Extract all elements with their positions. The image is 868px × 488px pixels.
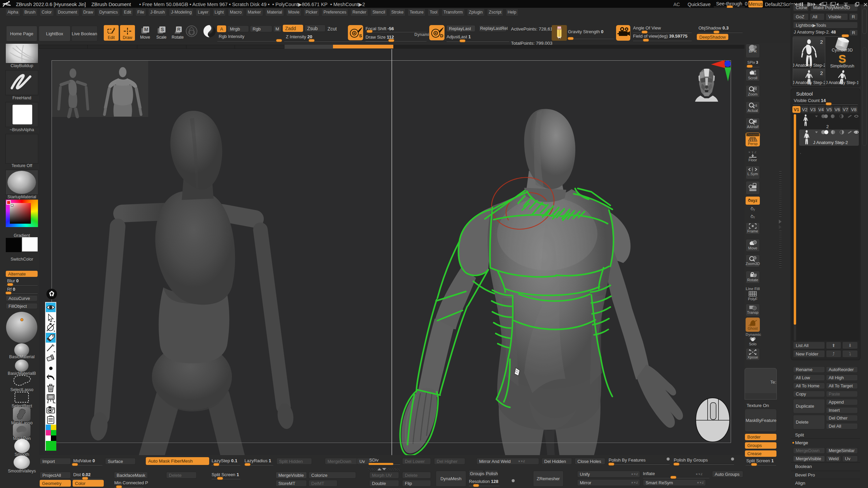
svg-text:2: 2: [820, 39, 823, 45]
svg-text:J Anatomy Step-1: J Anatomy Step-1: [826, 80, 858, 85]
svg-text:R: R: [177, 27, 181, 32]
svg-text:J Anatomy Step-2: J Anatomy Step-2: [793, 80, 825, 85]
svg-text:S: S: [839, 53, 846, 65]
svg-text:J Anatomy Step-2: J Anatomy Step-2: [793, 63, 825, 68]
svg-text:M: M: [144, 27, 148, 32]
svg-text:S: S: [161, 27, 164, 32]
svg-text:S: S: [359, 33, 362, 38]
svg-text:2: 2: [820, 70, 823, 76]
svg-text:Cylinder3D: Cylinder3D: [832, 48, 853, 53]
svg-text:x1: x1: [754, 104, 757, 107]
svg-text:D: D: [440, 33, 443, 38]
svg-text:SimpleBrush: SimpleBrush: [830, 64, 854, 68]
